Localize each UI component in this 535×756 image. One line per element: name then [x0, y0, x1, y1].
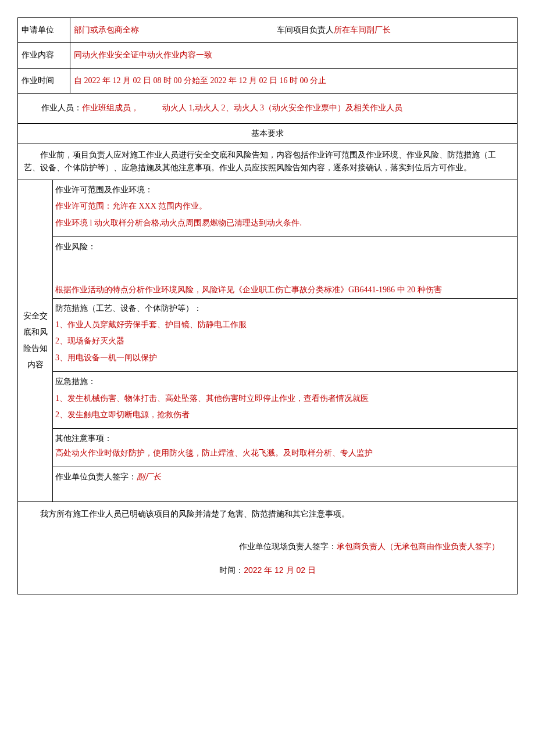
section-title: 基本要求	[18, 124, 517, 144]
apply-unit-label: 申请单位	[18, 18, 70, 42]
personnel-label: 作业人员：	[41, 103, 82, 112]
other-title: 其他注意事项：	[55, 432, 515, 445]
emergency-1: 1、发生机械伤害、物体打击、高处坠落、其他伤害时立即停止作业，查看伤者情况就医	[55, 392, 515, 405]
side-l3: 险告知	[23, 341, 48, 357]
personnel-cell: 作业人员：作业班组成员，动火人 1,动火人 2、动火人 3（动火安全作业票中）及…	[18, 94, 517, 123]
emergency-title: 应急措施：	[55, 375, 515, 388]
risk-title: 作业风险：	[55, 241, 515, 253]
risk-block: 作业风险： 根据作业活动的特点分析作业环境风险，风险详见《企业职工伤亡事故分类标…	[53, 237, 517, 299]
confirm-sign-label: 作业单位现场负责人签字：	[239, 542, 337, 551]
prevent-1: 1、作业人员穿戴好劳保手套、护目镜、防静电工作服	[55, 318, 515, 331]
work-content-value: 同动火作业安全证中动火作业内容一致	[70, 43, 517, 67]
other-block: 其他注意事项： 高处动火作业时做好防护，使用防火毯，防止焊渣、火花飞溅。及时取样…	[53, 429, 517, 467]
sign1-label: 作业单位负责人签字：	[55, 472, 137, 481]
work-content-label: 作业内容	[18, 43, 70, 67]
work-time-value: 自 2022 年 12 月 02 日 08 时 00 分始至 2022 年 12…	[70, 69, 517, 93]
safety-block: 安全交 底和风 险告知 内容 作业许可范围及作业环境： 作业许可范围：允许在 X…	[18, 180, 517, 502]
row-work-time: 作业时间 自 2022 年 12 月 02 日 08 时 00 分始至 2022…	[18, 69, 517, 94]
row-apply-unit: 申请单位 部门或承包商全称 车间项目负责人所在车间副厂长	[18, 18, 517, 43]
emergency-2: 2、发生触电立即切断电源，抢救伤者	[55, 409, 515, 421]
prevent-3: 3、用电设备一机一闸以保护	[55, 352, 515, 364]
sign1-value: 副厂长	[137, 472, 161, 481]
confirm-time-value: 2022 年 12 月 02 日	[244, 565, 316, 575]
confirm-time-label: 时间：	[219, 566, 244, 575]
risk-line1: 根据作业活动的特点分析作业环境风险，风险详见《企业职工伤亡事故分类标准》GB64…	[55, 284, 515, 296]
apply-unit-cell: 部门或承包商全称 车间项目负责人所在车间副厂长	[70, 18, 517, 42]
safety-content: 作业许可范围及作业环境： 作业许可范围：允许在 XXX 范围内作业。 作业环境 …	[53, 180, 517, 501]
project-leader-label: 车间项目负责人	[277, 26, 334, 34]
row-section-header: 基本要求	[18, 124, 517, 144]
row-personnel: 作业人员：作业班组成员，动火人 1,动火人 2、动火人 3（动火安全作业票中）及…	[18, 94, 517, 123]
confirm-sign-value: 承包商负责人（无承包商由作业负责人签字）	[337, 542, 500, 551]
other-line1: 高处动火作业时做好防护，使用防火毯，防止焊渣、火花飞溅。及时取样分析、专人监护	[55, 447, 515, 460]
safety-side-label: 安全交 底和风 险告知 内容	[18, 180, 53, 501]
apply-unit-value: 部门或承包商全称	[74, 26, 139, 34]
scope-block: 作业许可范围及作业环境： 作业许可范围：允许在 XXX 范围内作业。 作业环境 …	[53, 180, 517, 237]
row-work-content: 作业内容 同动火作业安全证中动火作业内容一致	[18, 43, 517, 68]
prevent-2: 2、现场备好灭火器	[55, 335, 515, 347]
side-l2: 底和风	[23, 324, 48, 341]
work-time-label: 作业时间	[18, 69, 70, 93]
confirm-block: 我方所有施工作业人员已明确该项目的风险并清楚了危害、防范措施和其它注意事项。 作…	[18, 502, 517, 594]
scope-line1: 作业许可范围：允许在 XXX 范围内作业。	[55, 200, 515, 213]
permit-form: 申请单位 部门或承包商全称 车间项目负责人所在车间副厂长 作业内容 同动火作业安…	[17, 17, 518, 594]
confirm-sign-line: 作业单位现场负责人签字：承包商负责人（无承包商由作业负责人签字）	[24, 540, 511, 553]
project-leader-value: 所在车间副厂长	[334, 26, 391, 34]
requirement-text: 作业前，项目负责人应对施工作业人员进行安全交底和风险告知，内容包括作业许可范围及…	[18, 144, 517, 180]
personnel-part1: 作业班组成员，	[82, 103, 139, 112]
prevent-title: 防范措施（工艺、设备、个体防护等）：	[55, 302, 515, 315]
confirm-para: 我方所有施工作业人员已明确该项目的风险并清楚了危害、防范措施和其它注意事项。	[24, 508, 511, 521]
row-requirement: 作业前，项目负责人应对施工作业人员进行安全交底和风险告知，内容包括作业许可范围及…	[18, 144, 517, 180]
sign1-block: 作业单位负责人签字：副厂长	[53, 467, 517, 501]
scope-line2: 作业环境 l 动火取样分析合格,动火点周围易燃物已清理达到动火条件.	[55, 217, 515, 230]
prevent-block: 防范措施（工艺、设备、个体防护等）： 1、作业人员穿戴好劳保手套、护目镜、防静电…	[53, 299, 517, 372]
side-l4: 内容	[27, 357, 44, 373]
personnel-part2: 动火人 1,动火人 2、动火人 3（动火安全作业票中）及相关作业人员	[162, 103, 402, 112]
side-l1: 安全交	[23, 308, 48, 324]
scope-title: 作业许可范围及作业环境：	[55, 184, 515, 196]
emergency-block: 应急措施： 1、发生机械伤害、物体打击、高处坠落、其他伤害时立即停止作业，查看伤…	[53, 372, 517, 429]
confirm-time-line: 时间：2022 年 12 月 02 日	[24, 564, 511, 577]
